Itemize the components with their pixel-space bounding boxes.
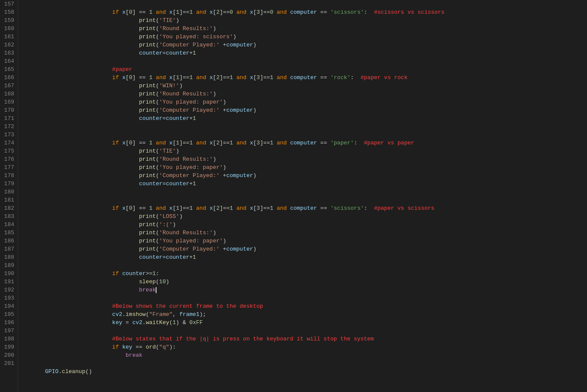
ln-194: 194 bbox=[0, 302, 14, 310]
ln-190: 190 bbox=[0, 270, 14, 278]
ln-193: 193 bbox=[0, 294, 14, 302]
ln-185: 185 bbox=[0, 229, 14, 237]
ln-197: 197 bbox=[0, 327, 14, 335]
ln-201: 201 bbox=[0, 359, 14, 368]
ln-182: 182 bbox=[0, 204, 14, 212]
ln-162: 162 bbox=[0, 41, 14, 49]
code-line-164: #paper bbox=[25, 57, 587, 65]
ln-168: 168 bbox=[0, 90, 14, 98]
ln-157: 157 bbox=[0, 0, 14, 8]
ln-175: 175 bbox=[0, 147, 14, 155]
ln-200: 200 bbox=[0, 351, 14, 359]
code-text[interactable]: if x[0] == 1 and x[1]==1 and x[2]==0 and… bbox=[18, 0, 587, 392]
ln-172: 172 bbox=[0, 122, 14, 131]
code-line-193: #Below shows the current frame to the de… bbox=[25, 294, 587, 302]
ln-173: 173 bbox=[0, 131, 14, 139]
ln-187: 187 bbox=[0, 245, 14, 253]
ln-169: 169 bbox=[0, 98, 14, 106]
ln-186: 186 bbox=[0, 237, 14, 245]
code-line-189: if counter>=1: bbox=[25, 261, 587, 270]
ln-171: 171 bbox=[0, 114, 14, 122]
line-numbers: 157 158 159 160 161 162 163 164 165 166 … bbox=[0, 0, 18, 392]
ln-195: 195 bbox=[0, 310, 14, 318]
ln-159: 159 bbox=[0, 16, 14, 24]
ln-166: 166 bbox=[0, 74, 14, 82]
ln-181: 181 bbox=[0, 196, 14, 204]
ln-170: 170 bbox=[0, 106, 14, 114]
code-line-180 bbox=[25, 188, 587, 196]
ln-192: 192 bbox=[0, 286, 14, 294]
ln-165: 165 bbox=[0, 65, 14, 74]
ln-184: 184 bbox=[0, 220, 14, 229]
ln-164: 164 bbox=[0, 57, 14, 65]
ln-191: 191 bbox=[0, 278, 14, 286]
ln-177: 177 bbox=[0, 163, 14, 172]
code-line-172 bbox=[25, 122, 587, 131]
ln-199: 199 bbox=[0, 343, 14, 351]
ln-161: 161 bbox=[0, 33, 14, 41]
ln-179: 179 bbox=[0, 180, 14, 188]
ln-188: 188 bbox=[0, 253, 14, 261]
ln-178: 178 bbox=[0, 172, 14, 180]
ln-196: 196 bbox=[0, 318, 14, 327]
ln-160: 160 bbox=[0, 24, 14, 33]
code-line-197: #Below states that if the |q| is press o… bbox=[25, 327, 587, 335]
ln-158: 158 bbox=[0, 8, 14, 16]
code-line-157: if x[0] == 1 and x[1]==1 and x[2]==0 and… bbox=[25, 0, 587, 8]
ln-163: 163 bbox=[0, 49, 14, 57]
ln-180: 180 bbox=[0, 188, 14, 196]
code-line-201: GPIO.cleanup() bbox=[25, 359, 587, 368]
ln-176: 176 bbox=[0, 155, 14, 163]
code-editor: 157 158 159 160 161 162 163 164 165 166 … bbox=[0, 0, 587, 392]
ln-174: 174 bbox=[0, 139, 14, 147]
ln-183: 183 bbox=[0, 212, 14, 220]
code-line-181: if x[0] == 1 and x[1]==1 and x[2]==1 and… bbox=[25, 196, 587, 204]
ln-189: 189 bbox=[0, 261, 14, 270]
ln-167: 167 bbox=[0, 82, 14, 90]
code-line-173: if x[0] == 1 and x[1]==1 and x[2]==1 and… bbox=[25, 131, 587, 139]
ln-198: 198 bbox=[0, 335, 14, 343]
